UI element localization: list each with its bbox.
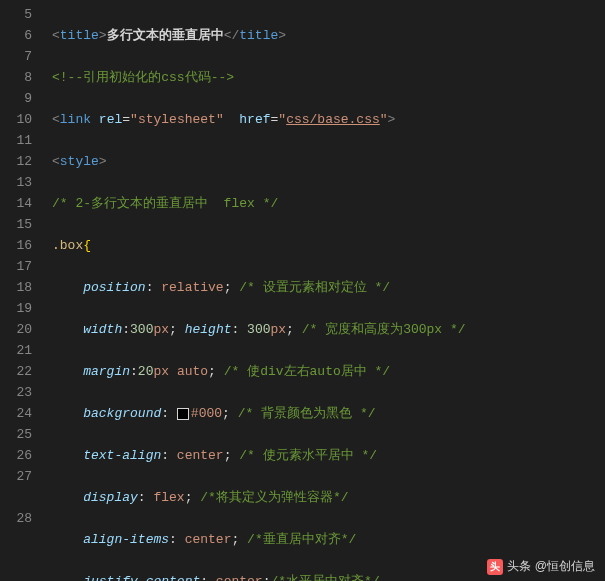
line-number: 16 (0, 235, 32, 256)
code-line[interactable]: width:300px; height: 300px; /* 宽度和高度为300… (52, 319, 605, 340)
code-line[interactable]: align-items: center; /*垂直居中对齐*/ (52, 529, 605, 550)
code-line[interactable]: <!--引用初始化的css代码--> (52, 67, 605, 88)
line-number-gutter: 5 6 7 8 9 10 11 12 13 14 15 16 17 18 19 … (0, 0, 42, 581)
code-line[interactable]: display: flex; /*将其定义为弹性容器*/ (52, 487, 605, 508)
line-number: 8 (0, 67, 32, 88)
line-number: 12 (0, 151, 32, 172)
toutiao-logo-icon: 头 (487, 559, 503, 575)
code-line[interactable]: <link rel="stylesheet" href="css/base.cs… (52, 109, 605, 130)
code-line[interactable]: .box{ (52, 235, 605, 256)
line-number: 10 (0, 109, 32, 130)
line-number: 6 (0, 25, 32, 46)
line-number: 18 (0, 277, 32, 298)
line-number: 21 (0, 340, 32, 361)
code-line[interactable]: /* 2-多行文本的垂直居中 flex */ (52, 193, 605, 214)
code-line[interactable]: margin:20px auto; /* 使div左右auto居中 */ (52, 361, 605, 382)
line-number: 7 (0, 46, 32, 67)
code-line[interactable]: <title>多行文本的垂直居中</title> (52, 25, 605, 46)
line-number: 14 (0, 193, 32, 214)
line-number: 20 (0, 319, 32, 340)
line-number: 26 (0, 445, 32, 466)
code-line[interactable]: background: #000; /* 背景颜色为黑色 */ (52, 403, 605, 424)
line-number: 23 (0, 382, 32, 403)
line-number: 22 (0, 361, 32, 382)
code-line[interactable]: position: relative; /* 设置元素相对定位 */ (52, 277, 605, 298)
watermark-author: @恒创信息 (535, 558, 595, 575)
watermark: 头 头条 @恒创信息 (487, 558, 595, 575)
line-number: 24 (0, 403, 32, 424)
code-line[interactable]: text-align: center; /* 使元素水平居中 */ (52, 445, 605, 466)
code-line[interactable]: <style> (52, 151, 605, 172)
line-number: 5 (0, 4, 32, 25)
code-area[interactable]: <title>多行文本的垂直居中</title> <!--引用初始化的css代码… (42, 0, 605, 581)
line-number: 25 (0, 424, 32, 445)
color-swatch-icon (177, 408, 189, 420)
line-number: 15 (0, 214, 32, 235)
line-number: 19 (0, 298, 32, 319)
line-number: 11 (0, 130, 32, 151)
line-number: 27 (0, 466, 32, 508)
line-number: 28 (0, 508, 32, 529)
line-number: 13 (0, 172, 32, 193)
line-number: 17 (0, 256, 32, 277)
code-editor[interactable]: 5 6 7 8 9 10 11 12 13 14 15 16 17 18 19 … (0, 0, 605, 581)
watermark-prefix: 头条 (507, 558, 531, 575)
line-number: 9 (0, 88, 32, 109)
